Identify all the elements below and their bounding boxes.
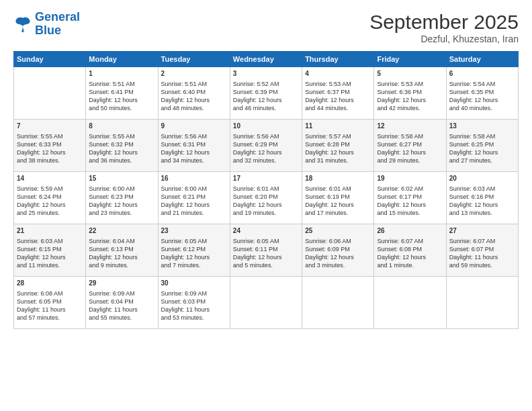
day-number: 27	[449, 226, 515, 236]
cell-text: Daylight: 12 hours	[161, 148, 227, 156]
cell-text: Sunset: 6:31 PM	[161, 140, 227, 148]
cell-text: and 42 minutes.	[377, 104, 443, 112]
cell-text: Sunrise: 5:51 AM	[89, 80, 154, 88]
calendar-week-3: 21Sunrise: 6:03 AMSunset: 6:15 PMDayligh…	[14, 224, 519, 277]
cell-text: Daylight: 12 hours	[305, 148, 371, 156]
cell-text: and 9 minutes.	[89, 261, 154, 269]
header-sunday: Sunday	[14, 52, 86, 67]
cell-text: and 57 minutes.	[17, 314, 83, 322]
cell-text: and 17 minutes.	[305, 209, 371, 217]
cell-text: Daylight: 11 hours	[17, 306, 83, 314]
calendar-cell: 14Sunrise: 5:59 AMSunset: 6:24 PMDayligh…	[14, 172, 86, 224]
cell-text: Sunset: 6:41 PM	[89, 88, 154, 96]
day-number: 20	[449, 174, 515, 183]
day-number: 3	[233, 69, 299, 79]
calendar-cell: 27Sunrise: 6:07 AMSunset: 6:07 PMDayligh…	[446, 224, 518, 277]
calendar-cell: 5Sunrise: 5:53 AMSunset: 6:36 PMDaylight…	[374, 67, 446, 120]
cell-text: Daylight: 12 hours	[161, 96, 227, 104]
calendar-week-4: 28Sunrise: 6:08 AMSunset: 6:05 PMDayligh…	[14, 277, 519, 329]
cell-text: and 46 minutes.	[233, 104, 299, 112]
calendar-cell: 11Sunrise: 5:57 AMSunset: 6:28 PMDayligh…	[302, 120, 374, 172]
day-number: 8	[89, 122, 154, 131]
cell-text: Sunset: 6:32 PM	[89, 140, 154, 148]
cell-text: and 36 minutes.	[89, 156, 154, 165]
day-number: 25	[305, 226, 371, 236]
cell-text: and 25 minutes.	[17, 209, 83, 217]
cell-text: Sunset: 6:20 PM	[233, 193, 299, 201]
cell-text: Sunrise: 6:07 AM	[377, 237, 443, 245]
cell-text: and 50 minutes.	[89, 104, 154, 112]
cell-text: Daylight: 12 hours	[305, 96, 371, 104]
cell-text: Daylight: 12 hours	[89, 96, 154, 104]
calendar-cell	[302, 277, 374, 329]
cell-text: Sunrise: 6:07 AM	[449, 237, 515, 245]
cell-text: Sunrise: 6:01 AM	[233, 185, 299, 193]
calendar-cell: 20Sunrise: 6:03 AMSunset: 6:16 PMDayligh…	[446, 172, 518, 224]
cell-text: Sunrise: 5:57 AM	[305, 132, 371, 140]
cell-text: Sunset: 6:21 PM	[161, 193, 227, 201]
cell-text: Daylight: 12 hours	[305, 201, 371, 209]
cell-text: Sunrise: 6:04 AM	[89, 237, 154, 245]
cell-text: Daylight: 12 hours	[17, 253, 83, 261]
logo-text: General Blue	[35, 11, 80, 38]
cell-text: and 1 minute.	[377, 261, 443, 269]
calendar-cell: 28Sunrise: 6:08 AMSunset: 6:05 PMDayligh…	[14, 277, 86, 329]
cell-text: Sunset: 6:05 PM	[17, 298, 83, 306]
calendar-cell	[14, 67, 86, 120]
cell-text: Sunrise: 5:56 AM	[161, 132, 227, 140]
calendar-cell: 8Sunrise: 5:55 AMSunset: 6:32 PMDaylight…	[86, 120, 158, 172]
day-number: 19	[377, 174, 443, 183]
cell-text: Daylight: 12 hours	[161, 201, 227, 209]
header-thursday: Thursday	[302, 52, 374, 67]
calendar-cell: 21Sunrise: 6:03 AMSunset: 6:15 PMDayligh…	[14, 224, 86, 277]
cell-text: Daylight: 12 hours	[377, 201, 443, 209]
cell-text: Sunrise: 5:55 AM	[17, 132, 83, 140]
cell-text: Sunset: 6:08 PM	[377, 245, 443, 253]
cell-text: Daylight: 12 hours	[233, 148, 299, 156]
day-number: 23	[161, 226, 227, 236]
cell-text: Sunrise: 5:56 AM	[233, 132, 299, 140]
cell-text: and 38 minutes.	[17, 156, 83, 165]
cell-text: Sunset: 6:37 PM	[305, 88, 371, 96]
logo-line2: Blue	[35, 24, 61, 37]
cell-text: Daylight: 12 hours	[17, 201, 83, 209]
cell-text: Sunset: 6:16 PM	[449, 193, 515, 201]
cell-text: and 32 minutes.	[233, 156, 299, 165]
header-tuesday: Tuesday	[158, 52, 230, 67]
day-number: 17	[233, 174, 299, 183]
cell-text: and 55 minutes.	[89, 314, 154, 322]
cell-text: Sunrise: 6:06 AM	[305, 237, 371, 245]
day-number: 12	[377, 122, 443, 131]
header-wednesday: Wednesday	[230, 52, 302, 67]
cell-text: Sunset: 6:39 PM	[233, 88, 299, 96]
calendar-cell: 26Sunrise: 6:07 AMSunset: 6:08 PMDayligh…	[374, 224, 446, 277]
header-friday: Friday	[374, 52, 446, 67]
cell-text: Daylight: 12 hours	[377, 148, 443, 156]
day-number: 10	[233, 122, 299, 131]
cell-text: and 15 minutes.	[377, 209, 443, 217]
cell-text: Daylight: 12 hours	[233, 253, 299, 261]
cell-text: Daylight: 12 hours	[233, 201, 299, 209]
cell-text: Sunrise: 5:59 AM	[17, 185, 83, 193]
cell-text: Sunset: 6:19 PM	[305, 193, 371, 201]
day-number: 18	[305, 174, 371, 183]
cell-text: and 40 minutes.	[449, 104, 515, 112]
calendar-cell	[374, 277, 446, 329]
header: General Blue September 2025 Dezful, Khuz…	[13, 11, 519, 44]
cell-text: Sunset: 6:04 PM	[89, 298, 154, 306]
calendar-cell: 15Sunrise: 6:00 AMSunset: 6:23 PMDayligh…	[86, 172, 158, 224]
cell-text: Daylight: 12 hours	[305, 253, 371, 261]
cell-text: Sunset: 6:35 PM	[449, 88, 515, 96]
logo-line1: General	[35, 10, 80, 24]
cell-text: Sunset: 6:11 PM	[233, 245, 299, 253]
cell-text: and 53 minutes.	[161, 314, 227, 322]
cell-text: Daylight: 11 hours	[89, 306, 154, 314]
cell-text: Sunset: 6:17 PM	[377, 193, 443, 201]
cell-text: Sunrise: 6:00 AM	[89, 185, 154, 193]
calendar-cell: 3Sunrise: 5:52 AMSunset: 6:39 PMDaylight…	[230, 67, 302, 120]
day-number: 24	[233, 226, 299, 236]
calendar-cell: 10Sunrise: 5:56 AMSunset: 6:29 PMDayligh…	[230, 120, 302, 172]
calendar-cell: 9Sunrise: 5:56 AMSunset: 6:31 PMDaylight…	[158, 120, 230, 172]
cell-text: Sunrise: 6:09 AM	[89, 289, 154, 298]
cell-text: and 19 minutes.	[233, 209, 299, 217]
